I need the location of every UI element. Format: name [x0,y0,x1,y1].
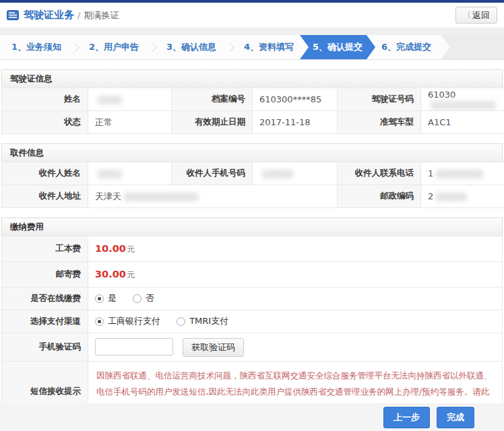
license-info-section: 驾驶证信息 姓名 档案编号 610300****85 驾驶证号码 61030 状… [1,69,503,134]
radio-selected-icon[interactable] [95,317,104,326]
radio-option-yes[interactable]: 是 [95,292,117,304]
redacted-value [262,170,293,178]
recipient-address-value: 天津天 [88,185,338,208]
step-2-tab[interactable]: 2、用户申告 [80,35,148,59]
recipient-address-label: 收件人地址 [2,185,88,208]
expiry-date-label: 有效期止日期 [172,111,253,134]
sms-code-field: 获取验证码 [88,333,503,362]
redacted-value [436,193,467,201]
step-5-tab-active[interactable]: 5、确认提交 [300,35,375,59]
radio-option-tmri[interactable]: TMRI支付 [177,315,228,327]
production-fee-label: 工本费 [2,236,88,262]
finish-button[interactable]: 完成 [437,407,474,428]
radio-label: 是 [108,292,117,304]
breadcrumb-current: 期满换证 [84,9,119,22]
online-pay-label: 是否在线缴费 [2,288,88,310]
sms-code-input[interactable] [95,338,173,356]
document-list-icon [7,10,19,20]
table-row: 工本费 10.00元 [2,236,503,262]
step-progress-bar: 1、业务须知 2、用户申告 3、确认信息 4、资料填写 5、确认提交 6、完成提… [0,35,504,60]
table-row: 是否在线缴费 是 否 [2,288,503,310]
breadcrumb-separator: / [77,10,80,20]
step-3-tab[interactable]: 3、确认信息 [158,35,225,59]
pay-channel-options: 工商银行支付 TMRI支付 [88,310,503,333]
header-divider-strip [0,28,504,35]
table-row: 选择支付渠道 工商银行支付 TMRI支付 [2,310,503,333]
radio-unselected-icon[interactable] [133,294,141,303]
sms-code-label: 手机验证码 [2,333,88,362]
table-row: 手机验证码 获取验证码 [2,333,503,362]
postal-code-label: 邮政编码 [338,185,421,208]
license-number-label: 驾驶证号码 [338,88,421,111]
recipient-mobile-label: 收件人手机号码 [172,162,253,185]
redacted-value [98,96,122,104]
status-value: 正常 [88,111,172,134]
recipient-name-label: 收件人姓名 [2,162,88,185]
pickup-info-table: 收件人姓名 收件人手机号码 收件人联系电话 1 收件人地址 天津天 邮政编码 2 [1,162,504,208]
step-separator-icon [226,43,234,52]
fee-unit: 元 [127,270,135,279]
step-4-tab[interactable]: 4、资料填写 [235,35,303,59]
postage-fee-amount: 30.00 [95,269,126,279]
previous-step-button[interactable]: 上一步 [383,407,430,428]
production-fee-value: 10.00元 [88,236,503,262]
payment-table: 工本费 10.00元 邮寄费 30.00元 是否在线缴费 是 否 选择支付渠道 … [1,236,503,422]
footer-action-bar: 上一步 完成 [0,403,504,431]
recipient-name-value [88,162,172,185]
radio-selected-icon[interactable] [95,294,104,303]
redacted-value [124,193,198,201]
step-6-tab[interactable]: 6、完成提交 [373,35,440,59]
license-info-table: 姓名 档案编号 610300****85 驾驶证号码 61030 状态 正常 有… [1,88,504,134]
online-pay-options: 是 否 [88,288,503,310]
expiry-date-value: 2017-11-18 [253,111,338,134]
table-row: 状态 正常 有效期止日期 2017-11-18 准驾车型 A1C1 [2,111,504,134]
back-button-label: 返回 [472,9,490,22]
table-row: 邮寄费 30.00元 [2,262,503,288]
postage-fee-value: 30.00元 [88,262,503,288]
get-code-button[interactable]: 获取验证码 [183,338,244,357]
table-row: 收件人地址 天津天 邮政编码 2 [2,185,504,208]
step-separator-icon [71,43,80,52]
name-label: 姓名 [2,88,88,111]
file-number-value: 610300****85 [253,88,338,111]
production-fee-amount: 10.00 [95,243,126,254]
pickup-section-title: 取件信息 [1,143,503,162]
redacted-value [98,170,122,178]
postal-code-value: 2 [421,185,504,208]
license-number-value: 61030 [421,88,504,111]
redacted-value [436,170,483,178]
table-row: 收件人姓名 收件人手机号码 收件人联系电话 1 [2,162,504,185]
redacted-value [431,101,495,110]
postage-fee-label: 邮寄费 [2,262,88,288]
vehicle-class-value: A1C1 [421,111,504,134]
recipient-mobile-value [253,162,338,185]
radio-label: 否 [146,292,154,304]
page-header: 驾驶证业务 / 期满换证 〈 返回 [0,3,504,28]
steps-filler-arrow [441,35,504,59]
file-number-label: 档案编号 [172,88,253,111]
license-section-title: 驾驶证信息 [1,69,503,88]
name-value [88,88,172,111]
pay-channel-label: 选择支付渠道 [2,310,88,333]
vehicle-class-label: 准驾车型 [338,111,421,134]
status-label: 状态 [2,111,88,134]
fee-unit: 元 [127,244,135,254]
recipient-phone-label: 收件人联系电话 [338,162,421,185]
page-title: 驾驶证业务 [24,9,74,22]
payment-section-title: 缴纳费用 [1,218,503,236]
radio-option-no[interactable]: 否 [133,292,154,304]
step-1-tab[interactable]: 1、业务须知 [3,35,70,59]
pickup-info-section: 取件信息 收件人姓名 收件人手机号码 收件人联系电话 1 收件人地址 天津天 邮… [1,143,503,208]
back-chevron-icon: 〈 [463,9,471,21]
radio-label: 工商银行支付 [108,315,160,327]
recipient-phone-value: 1 [421,162,504,185]
radio-label: TMRI支付 [189,315,228,327]
table-row: 姓名 档案编号 610300****85 驾驶证号码 61030 [2,88,504,111]
radio-option-icbc[interactable]: 工商银行支付 [95,315,160,327]
step-separator-icon [148,43,157,52]
radio-unselected-icon[interactable] [177,317,185,326]
payment-section: 缴纳费用 工本费 10.00元 邮寄费 30.00元 是否在线缴费 是 否 选择… [1,218,503,422]
back-button[interactable]: 〈 返回 [455,7,497,24]
